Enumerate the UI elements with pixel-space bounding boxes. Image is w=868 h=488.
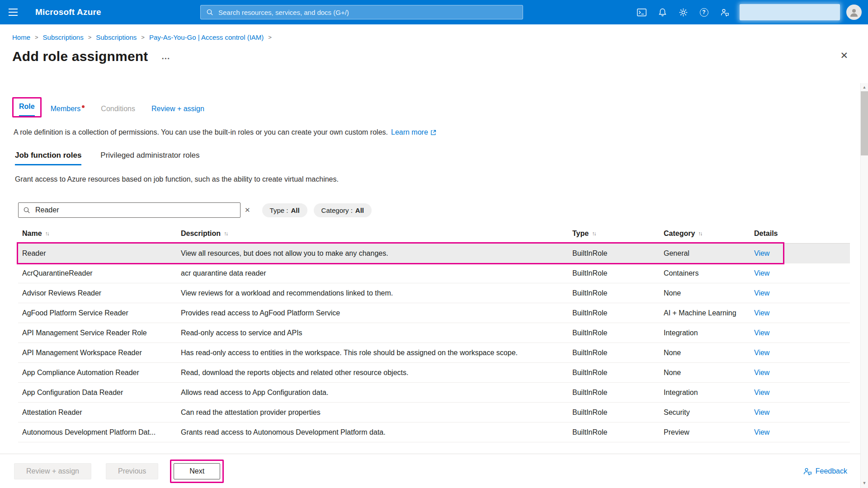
close-icon[interactable]: ✕ [840, 51, 848, 60]
more-options-icon[interactable]: ... [162, 52, 170, 61]
column-header-description[interactable]: Description ↑↓ [177, 230, 568, 238]
cell-category: General [660, 249, 750, 258]
roles-table-header: Name ↑↓ Description ↑↓ Type ↑↓ Category … [18, 230, 850, 244]
tab-role[interactable]: Role [19, 103, 35, 116]
cell-type: BuiltInRole [568, 369, 660, 377]
table-row[interactable]: ReaderView all resources, but does not a… [18, 244, 850, 263]
breadcrumb-chevron-icon: > [88, 34, 92, 41]
cell-name: API Management Workspace Reader [18, 349, 177, 357]
cell-category: Security [660, 408, 750, 417]
view-link[interactable]: View [754, 249, 769, 257]
footer-action-bar: Review + assign Previous Next Feedback [0, 454, 868, 488]
table-row[interactable]: AcrQuarantineReaderacr quarantine data r… [18, 263, 850, 283]
sort-icon[interactable]: ↑↓ [698, 230, 702, 237]
cell-name: API Management Service Reader Role [18, 329, 177, 337]
cell-type: BuiltInRole [568, 428, 660, 436]
scroll-up-icon[interactable]: ▲ [861, 83, 868, 91]
cell-category: None [660, 289, 750, 297]
cell-name: App Configuration Data Reader [18, 389, 177, 397]
breadcrumb-home[interactable]: Home [12, 33, 30, 41]
column-header-name[interactable]: Name ↑↓ [18, 230, 177, 238]
table-row[interactable]: App Configuration Data ReaderAllows read… [18, 383, 850, 403]
global-search-input[interactable] [217, 8, 517, 17]
type-filter-label: Type : [270, 206, 288, 214]
sort-icon[interactable]: ↑↓ [592, 230, 595, 237]
roles-table: Name ↑↓ Description ↑↓ Type ↑↓ Category … [18, 230, 850, 442]
tab-review-assign[interactable]: Review + assign [151, 105, 204, 117]
view-link[interactable]: View [754, 269, 769, 277]
scrollbar-thumb[interactable] [861, 91, 868, 155]
help-question-glyph: ? [700, 8, 708, 17]
subtab-privileged-admin-roles[interactable]: Privileged administrator roles [100, 151, 199, 165]
table-row[interactable]: Attestation ReaderCan read the attestati… [18, 403, 850, 422]
table-row[interactable]: Advisor Reviews ReaderView reviews for a… [18, 283, 850, 303]
cell-type: BuiltInRole [568, 249, 660, 258]
cell-type: BuiltInRole [568, 309, 660, 317]
breadcrumb-pay-as-you-go[interactable]: Pay-As-You-Go | Access control (IAM) [149, 33, 264, 41]
cell-description: Read, download the reports objects and r… [177, 369, 568, 377]
view-link[interactable]: View [754, 329, 769, 337]
cell-type: BuiltInRole [568, 389, 660, 397]
hamburger-menu-icon[interactable] [0, 0, 26, 24]
avatar[interactable] [846, 5, 862, 20]
settings-gear-icon[interactable] [673, 0, 693, 24]
search-icon [206, 9, 213, 16]
category-filter-label: Category : [321, 206, 353, 214]
cell-details: View [750, 289, 850, 297]
notifications-icon[interactable] [652, 0, 673, 24]
table-row[interactable]: Autonomous Development Platform Dat...Gr… [18, 422, 850, 442]
cell-category: None [660, 369, 750, 377]
members-alert-dot [82, 105, 85, 108]
column-header-type[interactable]: Type ↑↓ [568, 230, 660, 238]
clear-search-icon[interactable]: ✕ [245, 206, 250, 214]
view-link[interactable]: View [754, 309, 769, 317]
cell-description: Grants read access to Autonomous Develop… [177, 428, 568, 436]
view-link[interactable]: View [754, 289, 769, 297]
cell-name: Reader [18, 249, 177, 258]
type-filter-pill[interactable]: Type : All [262, 203, 307, 217]
cell-type: BuiltInRole [568, 329, 660, 337]
cell-details: View [750, 349, 850, 357]
cell-category: AI + Machine Learning [660, 309, 750, 317]
view-link[interactable]: View [754, 349, 769, 357]
review-assign-button: Review + assign [14, 463, 91, 479]
cell-details: View [750, 408, 850, 417]
role-search-box[interactable] [18, 202, 241, 218]
view-link[interactable]: View [754, 389, 769, 396]
view-link[interactable]: View [754, 369, 769, 376]
learn-more-link[interactable]: Learn more [391, 128, 436, 136]
role-search-input[interactable] [34, 206, 236, 215]
column-header-details: Details [750, 230, 850, 238]
brand-title: Microsoft Azure [35, 7, 101, 17]
sort-icon[interactable]: ↑↓ [45, 230, 49, 237]
column-header-category[interactable]: Category ↑↓ [660, 230, 750, 238]
help-icon[interactable]: ? [693, 0, 714, 24]
table-row[interactable]: API Management Service Reader RoleRead-o… [18, 323, 850, 343]
breadcrumb-subscriptions-1[interactable]: Subscriptions [43, 33, 84, 41]
table-row[interactable]: API Management Workspace ReaderHas read-… [18, 343, 850, 363]
tab-members[interactable]: Members [51, 105, 85, 117]
next-button[interactable]: Next [174, 463, 220, 479]
cloud-shell-icon[interactable] [631, 0, 652, 24]
cell-type: BuiltInRole [568, 289, 660, 297]
feedback-link[interactable]: Feedback [803, 467, 847, 475]
subtab-job-function-roles[interactable]: Job function roles [15, 151, 81, 165]
table-row[interactable]: AgFood Platform Service ReaderProvides r… [18, 303, 850, 323]
learn-more-label: Learn more [391, 128, 428, 136]
category-filter-pill[interactable]: Category : All [314, 203, 372, 217]
global-search-box[interactable] [200, 5, 523, 19]
cell-category: Integration [660, 329, 750, 337]
view-link[interactable]: View [754, 428, 769, 436]
scroll-down-icon[interactable]: ▼ [861, 479, 868, 487]
external-link-icon [430, 130, 436, 136]
feedback-person-icon[interactable] [714, 0, 735, 24]
table-row[interactable]: App Compliance Automation ReaderRead, do… [18, 363, 850, 383]
sort-icon[interactable]: ↑↓ [224, 230, 227, 237]
tab-conditions: Conditions [101, 105, 135, 117]
subtab-job-label: Job function roles [15, 151, 81, 160]
role-category-subtabs: Job function roles Privileged administra… [15, 151, 868, 165]
view-link[interactable]: View [754, 408, 769, 416]
tab-conditions-label: Conditions [101, 105, 135, 113]
breadcrumb-subscriptions-2[interactable]: Subscriptions [96, 33, 137, 41]
vertical-scrollbar[interactable]: ▲ ▼ [860, 83, 868, 488]
